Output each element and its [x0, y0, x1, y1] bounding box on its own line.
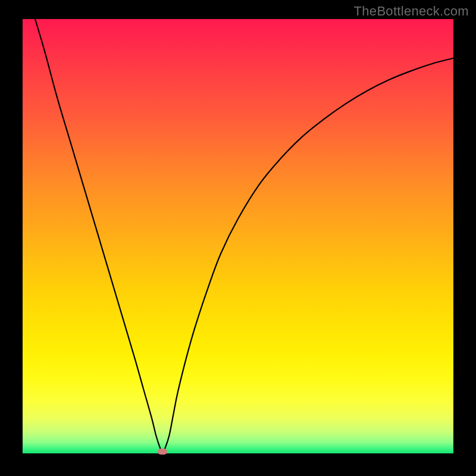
bottleneck-curve: [23, 19, 453, 453]
watermark-text: TheBottleneck.com: [354, 4, 469, 19]
plot-area: [23, 19, 453, 453]
chart-frame: TheBottleneck.com: [0, 0, 476, 476]
minimum-marker: [158, 449, 167, 455]
